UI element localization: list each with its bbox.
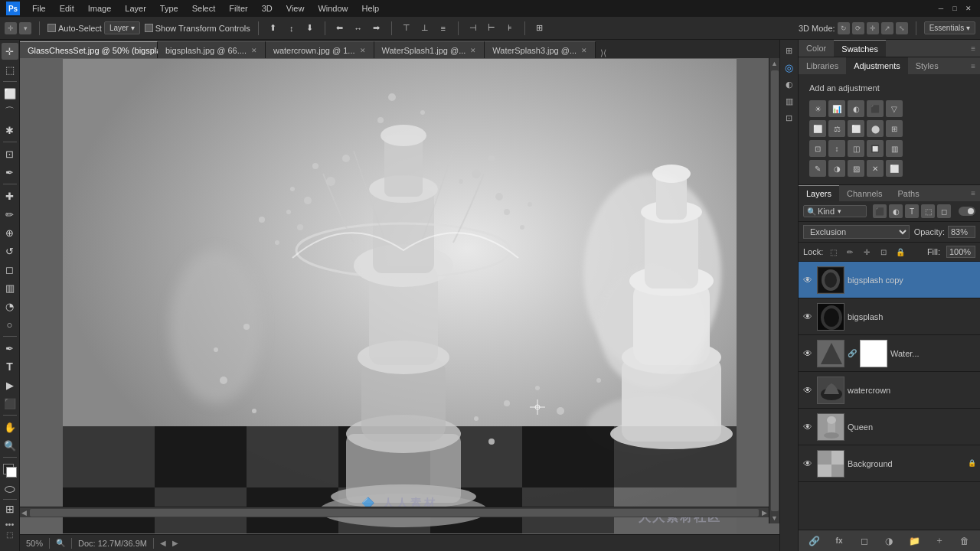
scroll-thumb-h[interactable] <box>30 509 759 517</box>
tool-dropdown-icon[interactable]: ▾ <box>19 22 31 34</box>
edit-toolbar-icon[interactable]: ⬚ <box>6 530 13 539</box>
menu-image[interactable]: Image <box>82 2 118 15</box>
show-transform-checkbox[interactable] <box>145 24 153 32</box>
tool-options-icon[interactable]: ✛ <box>5 22 17 34</box>
eyedropper-tool[interactable]: ✒ <box>2 164 18 181</box>
menu-type[interactable]: Type <box>154 2 185 15</box>
new-group-button[interactable]: 📁 <box>906 533 922 549</box>
color-panel-menu[interactable]: ≡ <box>966 44 980 53</box>
align-bottom-icon[interactable]: ⬇ <box>303 21 317 35</box>
distribute-right-icon[interactable]: ⊧ <box>503 21 517 35</box>
layer-style-button[interactable]: fx <box>831 533 847 549</box>
status-left-arrow[interactable]: ◀ <box>160 539 166 547</box>
delete-layer-button[interactable]: 🗑 <box>957 533 972 549</box>
pen-tool[interactable]: ✒ <box>2 340 18 357</box>
eraser-tool[interactable]: ◻ <box>2 261 18 278</box>
new-fill-button[interactable]: ◑ <box>881 533 897 549</box>
blur-tool[interactable]: ◔ <box>2 298 18 315</box>
paths-tab[interactable]: Paths <box>890 185 927 202</box>
filter-shape-icon[interactable]: ⬚ <box>921 204 935 218</box>
colorbalance-adj-icon[interactable]: ⚖ <box>828 120 845 137</box>
horizontal-scrollbar[interactable]: ◀ ▶ <box>20 507 769 517</box>
layer-row-bigsplash[interactable]: 👁 bigsplash <box>799 298 980 335</box>
screen-mode-icon[interactable]: ⊞ <box>5 503 15 515</box>
adj-panel-menu[interactable]: ≡ <box>966 62 980 70</box>
threshold-adj-icon[interactable]: 🔲 <box>867 140 884 157</box>
layer-row-watercrown[interactable]: 👁 watercrown <box>799 372 980 409</box>
background-color[interactable] <box>6 467 17 478</box>
zoom-tool[interactable]: 🔍 <box>2 437 18 454</box>
lock-artboard-icon[interactable]: ⊡ <box>877 245 890 259</box>
scroll-right-arrow[interactable]: ▶ <box>762 509 767 517</box>
dodge-tool[interactable]: ○ <box>2 316 18 333</box>
minimize-button[interactable]: ─ <box>936 3 946 14</box>
distribute-h-icon[interactable]: ⊢ <box>485 21 498 35</box>
arrange-icon[interactable]: ⊞ <box>533 21 547 35</box>
3d-slide-icon[interactable]: ↗ <box>881 22 893 34</box>
menu-select[interactable]: Select <box>186 2 222 15</box>
menu-window[interactable]: Window <box>312 2 354 15</box>
adj-icon-c[interactable]: ▨ <box>848 160 864 177</box>
distribute-v-icon[interactable]: ⊥ <box>418 21 432 35</box>
layer-visibility-3[interactable]: 👁 <box>802 384 814 396</box>
align-hcenter-icon[interactable]: ↔ <box>351 21 365 35</box>
brush-tool[interactable]: ✏ <box>2 206 18 223</box>
align-right-icon[interactable]: ➡ <box>370 21 384 35</box>
path-select-tool[interactable]: ▶ <box>2 377 18 393</box>
layer-visibility-0[interactable]: 👁 <box>802 274 814 286</box>
color-tab[interactable]: Color <box>799 40 834 57</box>
layers-panel-icon[interactable]: ▥ <box>782 93 797 109</box>
canvas-viewport[interactable]: 🔷 人人素材 人人素材社区 ▲ ▼ ◀ <box>20 58 779 534</box>
layers-panel-menu[interactable]: ≡ <box>966 189 980 197</box>
layer-row-water[interactable]: 👁 🔗 Water... <box>799 335 980 372</box>
selectivecolor-adj-icon[interactable]: ✎ <box>809 160 826 177</box>
move-tool[interactable]: ✛ <box>2 43 18 60</box>
menu-filter[interactable]: Filter <box>223 2 253 15</box>
opacity-input[interactable] <box>948 226 975 238</box>
tab-close-3[interactable]: ✕ <box>470 47 476 54</box>
swatches-tab[interactable]: Swatches <box>834 40 886 57</box>
tab-bigsplash[interactable]: bigsplash.jpg @ 66.... ✕ <box>158 41 266 58</box>
channels-tab[interactable]: Channels <box>839 185 890 202</box>
filter-adjust-icon[interactable]: ◐ <box>889 204 903 218</box>
filter-pixel-icon[interactable]: ⬛ <box>873 204 887 218</box>
scroll-thumb-v[interactable] <box>771 70 779 511</box>
extra-tools-icon[interactable]: ••• <box>5 520 15 529</box>
lock-position-icon[interactable]: ✛ <box>860 245 874 259</box>
tab-panel-toggle[interactable]: ⟩⟨ <box>596 48 611 58</box>
tab-watersplash1[interactable]: WaterSplash1.jpg @... ✕ <box>374 41 485 58</box>
filter-type-icon[interactable]: T <box>905 204 919 218</box>
menu-file[interactable]: File <box>26 2 52 15</box>
tab-glasschessset[interactable]: GlassChessSet.jpg @ 50% (bigsplash copy,… <box>20 41 158 58</box>
blend-mode-select[interactable]: Exclusion <box>803 225 910 239</box>
curves-adj-icon[interactable]: ◐ <box>848 100 864 117</box>
lasso-tool[interactable]: ⌒ <box>2 103 18 120</box>
gradient-tool[interactable]: ▥ <box>2 279 18 296</box>
status-right-arrow[interactable]: ▶ <box>172 539 178 547</box>
layer-row-background[interactable]: 👁 Background 🔒 <box>799 445 980 482</box>
tab-close-2[interactable]: ✕ <box>360 47 366 54</box>
levels-adj-icon[interactable]: 📊 <box>828 100 845 117</box>
menu-layer[interactable]: Layer <box>119 2 152 15</box>
gradient-map-adj-icon[interactable]: ▥ <box>886 140 903 157</box>
align-vcenter-icon[interactable]: ↕ <box>285 21 299 35</box>
layer-visibility-2[interactable]: 👁 <box>802 347 814 360</box>
layer-row-queen[interactable]: 👁 Queen <box>799 409 980 445</box>
colorlookup-adj-icon[interactable]: ⊡ <box>809 140 826 157</box>
tab-watersplash3[interactable]: WaterSplash3.jpg @... ✕ <box>485 41 596 58</box>
3d-scale-icon[interactable]: ⤡ <box>896 22 908 34</box>
styles-tab[interactable]: Styles <box>908 57 946 74</box>
posterize-adj-icon[interactable]: ◫ <box>848 140 864 157</box>
layer-dropdown[interactable]: Layer ▾ <box>104 21 140 34</box>
align-top-icon[interactable]: ⬆ <box>266 21 280 35</box>
artboard-tool[interactable]: ⬚ <box>2 61 18 78</box>
bw-adj-icon[interactable]: ⬜ <box>848 120 864 137</box>
tab-close-4[interactable]: ✕ <box>581 47 587 54</box>
distribute-top-icon[interactable]: ⊤ <box>400 21 413 35</box>
adjustments-tab[interactable]: Adjustments <box>846 57 908 74</box>
marquee-tool[interactable]: ⬜ <box>2 85 18 102</box>
libraries-tab[interactable]: Libraries <box>799 57 846 74</box>
hsl-adj-icon[interactable]: ⬜ <box>809 120 826 137</box>
menu-bar[interactable]: File Edit Image Layer Type Select Filter… <box>26 2 385 15</box>
vibrance-adj-icon[interactable]: ▽ <box>886 100 903 117</box>
